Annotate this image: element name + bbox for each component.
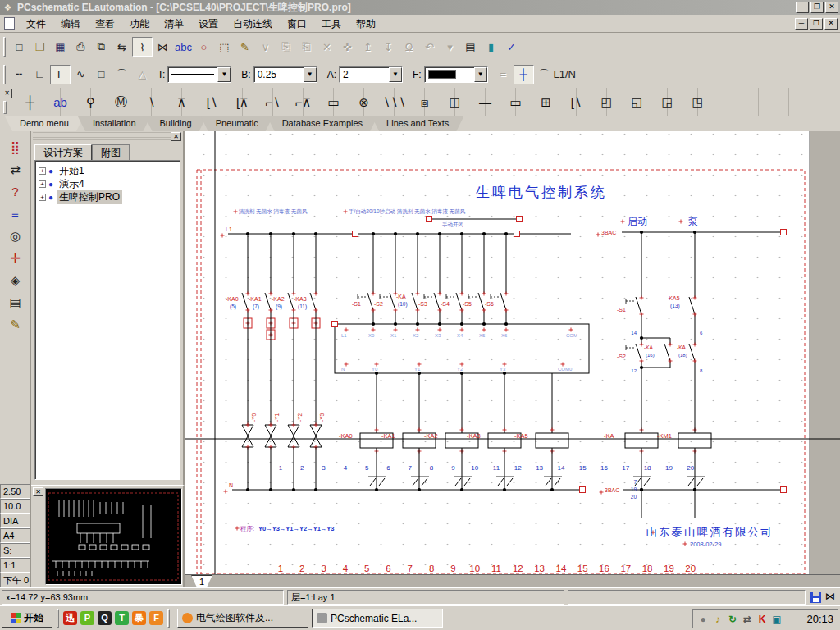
status-cell[interactable]: 10.0 (0, 499, 30, 514)
copy-page-button[interactable]: ⧉ (91, 37, 112, 57)
schematic-canvas[interactable]: 生啤电气控制系统清洗剂 无菌水 消毒液 无菌风手/自动20/10秒启动 清洗剂 … (185, 131, 840, 574)
text-mode-button[interactable]: abc (173, 37, 194, 57)
menu-item[interactable]: 查看 (88, 16, 122, 32)
deselect-button[interactable]: ◈ (2, 269, 29, 291)
tab-installation[interactable]: Installation (78, 116, 151, 131)
update-icon[interactable]: ↻ (727, 614, 738, 625)
color-value[interactable]: ▼ (424, 66, 488, 83)
save-button[interactable]: ▦ (50, 37, 71, 57)
chevron-down-icon[interactable]: ▼ (474, 67, 487, 82)
symbols-mode-button[interactable]: ⋈ (153, 37, 173, 57)
move-button[interactable]: ✜ (337, 37, 358, 57)
snap-button[interactable]: ∨ (255, 37, 276, 57)
tab-pneumatic[interactable]: Pneumatic (201, 116, 273, 131)
tab-lines-and-texts[interactable]: Lines and Texts (372, 116, 463, 131)
menu-item[interactable]: 自动连线 (226, 16, 280, 32)
lamp-symbol[interactable]: ⊗ (349, 89, 379, 116)
toolbar-grip[interactable] (3, 37, 6, 57)
tree-item-label[interactable]: 演示4 (57, 177, 87, 191)
tree-item-label[interactable]: 生啤控制PRO (57, 190, 122, 204)
contact-nc-symbol[interactable]: ⊼ (167, 89, 197, 116)
expand-icon[interactable]: + (39, 167, 46, 175)
line-width-value[interactable]: 0.25 ▼ (253, 66, 317, 83)
restore-button[interactable]: ❐ (810, 2, 824, 13)
delete-button[interactable]: ✕ (317, 37, 337, 57)
status-cell[interactable]: S: (0, 543, 30, 558)
storm-icon[interactable]: 暴 (132, 611, 146, 625)
zoom-pointer-button[interactable]: ✛ (2, 247, 29, 269)
box-symbol[interactable]: ▭ (500, 89, 531, 116)
task-button-browser[interactable]: 电气绘图软件及... (177, 609, 308, 628)
menu-item[interactable]: 设置 (191, 16, 226, 32)
undo-button[interactable]: ↶ (419, 37, 440, 57)
symbol-browser-button[interactable]: ⇄ (2, 158, 29, 180)
close-icon[interactable]: ✕ (171, 132, 181, 141)
symbol-replace-button[interactable]: ⇆ (112, 37, 132, 57)
chevron-down-icon[interactable]: ▼ (217, 67, 231, 82)
spellcheck-button[interactable]: ✓ (501, 37, 522, 57)
page-tab[interactable]: 1 (191, 575, 212, 587)
print-button[interactable]: ⎙ (71, 37, 91, 57)
starter-3p-symbol[interactable]: ⊞ (531, 89, 561, 116)
wire-symbol[interactable]: ┼ (15, 89, 45, 116)
limit-no-symbol[interactable]: [∖ (197, 89, 227, 116)
volume-icon[interactable]: ♪ (712, 614, 724, 625)
net-label-button[interactable]: L1/N (555, 65, 575, 84)
frame-symbol-b[interactable]: ◱ (622, 89, 652, 116)
line-type-value[interactable]: ▼ (167, 66, 231, 83)
contact-no-symbol[interactable]: ∖ (136, 89, 167, 116)
tree-item[interactable]: + ● 生啤控制PRO (37, 190, 178, 203)
status-cell[interactable]: A4 (0, 528, 30, 543)
kaspersky-icon[interactable]: K (756, 614, 768, 625)
edit-list-button[interactable]: ✎ (2, 313, 29, 336)
status-cell[interactable]: 2.50 (0, 484, 30, 499)
ime-icon[interactable]: ● (697, 614, 709, 625)
panel-grip[interactable] (33, 132, 181, 142)
frame-symbol-d[interactable]: ◳ (682, 89, 713, 116)
corner-line-button[interactable]: Γ (50, 65, 71, 84)
close-icon[interactable]: ✕ (33, 487, 43, 496)
close-button[interactable]: ✕ (825, 2, 838, 13)
paste-button[interactable]: ⎗ (296, 37, 317, 57)
page-data-button[interactable]: ▤ (460, 37, 481, 57)
aux-contact-symbol[interactable]: [∖ (561, 89, 591, 116)
dashed-line-button[interactable]: ╍ (9, 65, 30, 84)
arc-jump-button[interactable]: ⌒ (534, 65, 555, 84)
tab-database-examples[interactable]: Database Examples (267, 116, 377, 131)
mdi-restore-button[interactable]: ❐ (810, 18, 823, 30)
status-cell[interactable]: 下午 0 (0, 573, 30, 587)
menu-item[interactable]: 功能 (122, 16, 157, 32)
copy-button[interactable]: ⎘ (276, 37, 296, 57)
menu-item[interactable]: 编辑 (53, 16, 88, 32)
ppstream-icon[interactable]: P (80, 611, 94, 625)
expand-icon[interactable]: + (39, 194, 46, 201)
auto-connect-button[interactable]: ≡ (2, 203, 29, 225)
zoom-page-button[interactable]: ◎ (2, 225, 29, 247)
motor-symbol[interactable]: Ⓜ (106, 89, 136, 116)
open-button[interactable]: ❒ (30, 37, 50, 57)
close-icon[interactable]: ✕ (2, 89, 12, 98)
mdi-minimize-button[interactable]: ─ (795, 18, 808, 30)
ttplayer-icon[interactable]: T (115, 611, 129, 625)
mdi-close-button[interactable]: ✕ (824, 18, 838, 30)
transfer-up-button[interactable]: ↥ (358, 37, 378, 57)
tab-design-plan[interactable]: 设计方案 (34, 144, 92, 160)
delay-no-symbol[interactable]: ⌐∖ (258, 89, 288, 116)
angle-line-button[interactable]: ∟ (30, 65, 50, 84)
lines-mode-button[interactable]: ⌇ (132, 37, 153, 57)
circle-mode-button[interactable]: ○ (194, 37, 214, 57)
start-button[interactable]: 开始 (2, 609, 52, 628)
menu-item[interactable]: 帮助 (349, 16, 383, 32)
overload-3p-symbol[interactable]: ⧈ (409, 89, 440, 116)
contacts-3p-symbol[interactable]: ∖∖∖ (379, 89, 409, 116)
document-icon[interactable] (4, 17, 15, 30)
firefox-icon[interactable]: F (149, 611, 163, 625)
status-cell[interactable]: DIA (0, 514, 30, 528)
edit-mode-button[interactable]: ✎ (235, 37, 255, 57)
tree-item-label[interactable]: 开始1 (57, 164, 87, 178)
chevron-down-icon[interactable]: ▼ (304, 67, 317, 82)
camera-icon[interactable]: ▣ (771, 614, 783, 625)
delay-nc-symbol[interactable]: ⌐⊼ (288, 89, 318, 116)
menu-item[interactable]: 窗口 (280, 16, 314, 32)
rectangle-button[interactable]: □ (91, 65, 112, 84)
